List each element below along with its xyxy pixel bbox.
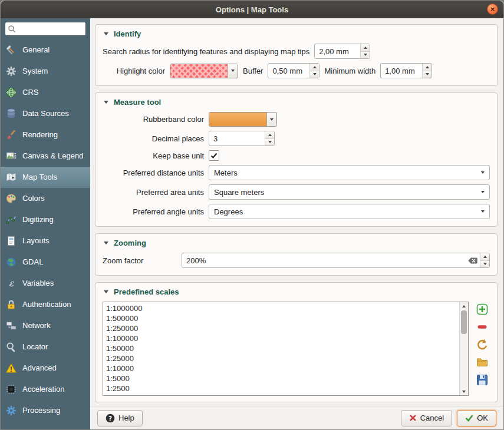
sidebar-item-crs[interactable]: CRS [1, 82, 90, 103]
cancel-button-label: Cancel [420, 414, 444, 422]
reset-scales-button[interactable] [475, 337, 490, 352]
buffer-input[interactable] [268, 67, 309, 75]
sidebar-item-layouts[interactable]: Layouts [1, 230, 90, 252]
close-icon[interactable]: × [487, 4, 498, 15]
scroll-up-icon[interactable] [460, 302, 468, 310]
rubberband-color-button[interactable] [209, 112, 277, 127]
highlight-color-button[interactable] [170, 64, 238, 78]
sidebar-item-label: System [22, 67, 48, 75]
keep-base-unit-checkbox[interactable] [209, 150, 219, 161]
spin-down-icon [426, 73, 429, 75]
sidebar-item-general[interactable]: General [1, 39, 90, 61]
group-title: Identify [114, 29, 141, 38]
scale-list-item[interactable]: 1:1000 [106, 393, 459, 395]
ok-button-label: OK [477, 414, 488, 422]
preferred-area-units-combo[interactable]: Square meters [209, 184, 490, 200]
minimum-width-spinbox[interactable] [380, 63, 432, 78]
decimal-places-spinbox[interactable] [209, 131, 275, 146]
spin-arrows[interactable] [422, 64, 431, 78]
sidebar-nav: General System CRS Data Sources Renderin [1, 39, 90, 429]
scale-list-item[interactable]: 1:25000 [106, 353, 459, 363]
search-radius-spinbox[interactable] [314, 44, 370, 59]
globe-crs-icon [4, 85, 18, 100]
spin-arrows[interactable] [309, 64, 319, 78]
export-scales-button[interactable] [475, 372, 490, 388]
spin-up-icon [483, 256, 487, 258]
sidebar-item-gdal[interactable]: GDAL [1, 252, 90, 273]
scale-list-item[interactable]: 1:10000 [106, 363, 459, 373]
epsilon-icon: ε [4, 276, 18, 290]
sidebar-item-label: General [22, 46, 50, 54]
scale-list-item[interactable]: 1:100000 [106, 333, 459, 343]
sidebar-item-system[interactable]: System [1, 61, 90, 82]
sidebar-item-network[interactable]: Network [1, 315, 90, 336]
spin-arrows[interactable] [360, 44, 370, 58]
sidebar-item-digitizing[interactable]: Digitizing [1, 209, 90, 230]
remove-scale-button[interactable] [475, 319, 490, 335]
scale-list-item[interactable]: 1:1000000 [106, 303, 459, 313]
sidebar-item-authentication[interactable]: Authentication [1, 294, 90, 315]
scrollbar-track[interactable] [460, 310, 468, 388]
clear-field-icon[interactable] [466, 253, 480, 267]
dialog-footer: ? Help Cancel OK [90, 406, 503, 429]
scale-list-item[interactable]: 1:5000 [106, 373, 459, 383]
titlebar[interactable]: Options | Map Tools × [1, 1, 503, 18]
sidebar-item-variables[interactable]: ε Variables [1, 273, 90, 294]
minus-icon [476, 320, 489, 333]
sidebar-item-label: Map Tools [22, 173, 57, 181]
color-dropdown-icon[interactable] [228, 64, 238, 78]
group-title: Zooming [114, 239, 146, 247]
color-dropdown-icon[interactable] [266, 113, 276, 126]
scrollbar[interactable] [459, 302, 468, 395]
spin-arrows[interactable] [480, 253, 489, 267]
scales-group-header[interactable]: Predefined scales [104, 287, 490, 296]
sidebar-item-colors[interactable]: Colors [1, 188, 90, 209]
sidebar-item-locator[interactable]: Locator [1, 336, 90, 358]
scale-list-item[interactable]: 1:250000 [106, 323, 459, 333]
zooming-group: Zooming Zoom factor [95, 233, 498, 276]
cancel-button[interactable]: Cancel [401, 410, 452, 426]
sidebar-item-map-tools[interactable]: Map Tools [1, 167, 90, 188]
measure-group-header[interactable]: Measure tool [104, 98, 490, 107]
chevron-down-icon [481, 171, 485, 174]
scale-list-item[interactable]: 1:50000 [106, 343, 459, 353]
sidebar-item-label: Acceleration [22, 385, 65, 393]
lock-icon [4, 297, 18, 312]
sidebar-item-acceleration[interactable]: Acceleration [1, 379, 90, 400]
spin-down-icon [483, 263, 487, 265]
identify-group-header[interactable]: Identify [104, 29, 490, 38]
sidebar-item-data-sources[interactable]: Data Sources [1, 103, 90, 124]
sidebar-item-label: Layouts [22, 237, 50, 245]
sidebar-item-label: Authentication [22, 300, 71, 309]
scale-list-item[interactable]: 1:2500 [106, 383, 459, 393]
scale-list-item[interactable]: 1:500000 [106, 313, 459, 323]
search-input[interactable] [18, 25, 83, 33]
import-scales-button[interactable] [475, 355, 490, 370]
zooming-group-header[interactable]: Zooming [104, 239, 490, 247]
zoom-factor-input[interactable] [182, 256, 466, 265]
checkmark-icon [210, 151, 218, 160]
sidebar-item-label: Colors [22, 194, 45, 203]
preferred-angle-units-combo[interactable]: Degrees [209, 204, 490, 219]
zoom-factor-spinbox[interactable] [182, 253, 490, 268]
chip-icon [4, 382, 18, 396]
add-scale-button[interactable] [475, 302, 490, 317]
search-radius-label: Search radius for identifying features a… [103, 47, 309, 56]
sidebar-item-advanced[interactable]: Advanced [1, 358, 90, 379]
sidebar-item-canvas-legend[interactable]: Canvas & Legend [1, 145, 90, 167]
search-radius-input[interactable] [315, 47, 360, 56]
minimum-width-input[interactable] [381, 67, 422, 75]
sidebar-item-rendering[interactable]: Rendering [1, 124, 90, 145]
decimal-places-input[interactable] [209, 134, 265, 143]
scrollbar-thumb[interactable] [461, 310, 467, 334]
preferred-distance-units-combo[interactable]: Meters [209, 165, 490, 180]
collapse-arrow-icon [104, 290, 108, 293]
sidebar-item-processing[interactable]: Processing [1, 400, 90, 421]
help-button[interactable]: ? Help [97, 410, 143, 426]
sidebar-search[interactable] [5, 22, 86, 36]
buffer-spinbox[interactable] [268, 63, 319, 78]
scroll-down-icon[interactable] [460, 388, 468, 395]
ok-button[interactable]: OK [457, 410, 496, 426]
spin-down-icon [364, 54, 367, 56]
spin-arrows[interactable] [265, 131, 274, 145]
